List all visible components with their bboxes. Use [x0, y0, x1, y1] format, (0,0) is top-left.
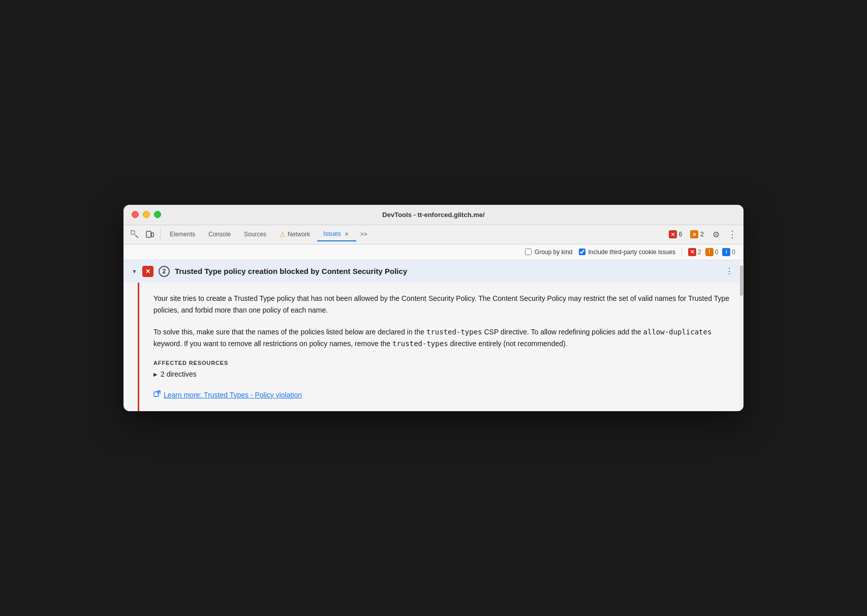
tab-console[interactable]: Console [202, 228, 237, 241]
devtools-window: DevTools - tt-enforced.glitch.me/ Elemen… [123, 205, 744, 411]
external-link-icon [153, 390, 161, 399]
subbar-warning-icon: ! [705, 248, 714, 256]
issue-more-menu[interactable]: ⋮ [723, 265, 735, 278]
issues-subbar: Group by kind Include third-party cookie… [123, 244, 744, 260]
learn-more-section: Learn more: Trusted Types - Policy viola… [153, 390, 731, 399]
subbar-separator [682, 248, 682, 257]
device-mode-icon[interactable] [143, 227, 157, 241]
settings-button[interactable]: ⚙ [709, 227, 723, 241]
main-toolbar: Elements Console Sources ⚠ Network Issue… [123, 225, 744, 244]
toolbar-right: ✕ 6 ✕ 2 ⚙ ⋮ [666, 227, 739, 241]
tab-sources[interactable]: Sources [238, 228, 272, 241]
issue-title: Trusted Type policy creation blocked by … [175, 267, 718, 275]
minimize-button[interactable] [143, 211, 150, 218]
affected-resources-label: AFFECTED RESOURCES [153, 360, 731, 366]
code-trusted-types-1: trusted-types [426, 328, 482, 336]
warning-count-item: ! 0 [705, 248, 719, 256]
directives-row[interactable]: ▶ 2 directives [153, 370, 731, 378]
warning-icon: ✕ [690, 230, 698, 238]
issue-error-icon: ✕ [142, 266, 153, 277]
close-button[interactable] [132, 211, 139, 218]
error-count-item: ✕ 2 [688, 248, 701, 256]
tab-elements[interactable]: Elements [164, 228, 201, 241]
network-warning-icon: ⚠ [280, 231, 286, 238]
directives-expand-arrow: ▶ [153, 372, 158, 377]
error-badge[interactable]: ✕ 6 [666, 229, 686, 239]
warning-badge[interactable]: ✕ 2 [687, 229, 707, 239]
issue-description-1: Your site tries to create a Trusted Type… [153, 293, 731, 316]
issue-body-container: Your site tries to create a Trusted Type… [123, 283, 744, 411]
content-wrapper: ▼ ✕ 2 Trusted Type policy creation block… [123, 260, 744, 411]
info-count-item: i 0 [722, 248, 735, 256]
inspect-element-icon[interactable] [128, 227, 142, 241]
error-icon: ✕ [669, 230, 677, 238]
traffic-lights [132, 211, 161, 218]
svg-rect-0 [131, 231, 135, 234]
affected-resources-section: AFFECTED RESOURCES ▶ 2 directives [153, 360, 731, 378]
include-third-party-checkbox-label[interactable]: Include third-party cookie issues [579, 249, 675, 256]
more-tabs-button[interactable]: >> [357, 229, 370, 240]
group-by-kind-checkbox[interactable] [525, 249, 532, 255]
issues-tab-close[interactable]: ✕ [343, 230, 350, 237]
subbar-info-icon: i [722, 248, 730, 256]
issue-body: Your site tries to create a Trusted Type… [138, 283, 744, 411]
group-by-kind-checkbox-label[interactable]: Group by kind [525, 249, 573, 256]
svg-rect-1 [146, 231, 151, 237]
content-main: ▼ ✕ 2 Trusted Type policy creation block… [123, 260, 744, 411]
issue-indent [123, 283, 138, 411]
directives-label: 2 directives [161, 370, 197, 378]
code-trusted-types-2: trusted-types [392, 340, 448, 348]
titlebar: DevTools - tt-enforced.glitch.me/ [123, 205, 744, 225]
toolbar-separator-1 [160, 229, 161, 239]
more-options-button[interactable]: ⋮ [725, 227, 739, 241]
include-third-party-checkbox[interactable] [579, 249, 585, 255]
issue-description-2: To solve this, make sure that the names … [153, 326, 731, 350]
code-allow-duplicates: allow-duplicates [643, 328, 712, 336]
svg-rect-2 [151, 233, 153, 237]
scrollbar-thumb[interactable] [740, 265, 743, 296]
svg-rect-3 [154, 392, 159, 396]
subbar-error-icon: ✕ [688, 248, 696, 256]
maximize-button[interactable] [154, 211, 161, 218]
scrollbar-track[interactable] [739, 260, 744, 411]
issue-header[interactable]: ▼ ✕ 2 Trusted Type policy creation block… [123, 260, 744, 283]
tab-network[interactable]: ⚠ Network [273, 228, 316, 241]
tab-issues[interactable]: Issues ✕ [317, 227, 356, 241]
issue-counts: ✕ 2 ! 0 i 0 [688, 248, 735, 256]
window-title: DevTools - tt-enforced.glitch.me/ [382, 211, 484, 219]
learn-more-link[interactable]: Learn more: Trusted Types - Policy viola… [164, 391, 302, 399]
collapse-chevron: ▼ [132, 268, 137, 274]
issue-count-badge: 2 [159, 266, 170, 277]
